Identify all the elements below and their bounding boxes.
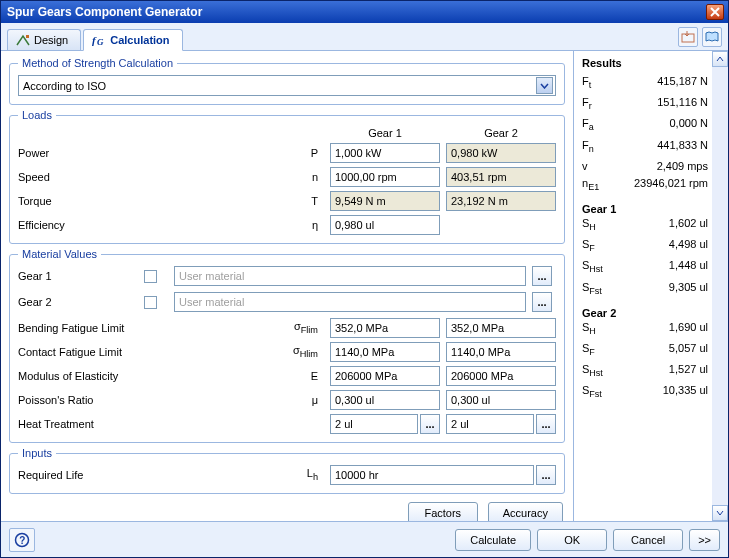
result-Fn-label: Fn bbox=[582, 137, 594, 158]
results-gear2-title: Gear 2 bbox=[582, 304, 728, 319]
tab-design-label: Design bbox=[34, 34, 68, 46]
result-v: 2,409 mps bbox=[657, 158, 708, 175]
material-fieldset: Material Values Gear 1 User material ...… bbox=[9, 248, 565, 443]
tab-bar: Design fG Calculation bbox=[1, 23, 728, 51]
help-icon[interactable]: ? bbox=[9, 528, 35, 552]
bending-symbol: σFlim bbox=[244, 320, 324, 335]
g1-SF-label: SF bbox=[582, 236, 595, 257]
efficiency-input[interactable]: 0,980 ul bbox=[330, 215, 440, 235]
result-nE1: 23946,021 rpm bbox=[634, 175, 708, 196]
loads-gear2-header: Gear 2 bbox=[446, 127, 556, 139]
efficiency-symbol: η bbox=[244, 219, 324, 231]
left-panel: Method of Strength Calculation According… bbox=[1, 51, 573, 521]
poisson-symbol: μ bbox=[244, 394, 324, 406]
svg-text:?: ? bbox=[19, 535, 25, 546]
gear2-user-checkbox[interactable] bbox=[144, 296, 157, 309]
result-Fn: 441,833 N bbox=[657, 137, 708, 158]
g1-SF: 4,498 ul bbox=[669, 236, 708, 257]
bending-g2-input[interactable]: 352,0 MPa bbox=[446, 318, 556, 338]
g2-SF-label: SF bbox=[582, 340, 595, 361]
gear1-material-browse[interactable]: ... bbox=[532, 266, 552, 286]
speed-g1-input[interactable]: 1000,00 rpm bbox=[330, 167, 440, 187]
efficiency-label: Efficiency bbox=[18, 219, 238, 231]
tab-design[interactable]: Design bbox=[7, 29, 81, 50]
contact-g1-input[interactable]: 1140,0 MPa bbox=[330, 342, 440, 362]
gear1-material-input[interactable]: User material bbox=[174, 266, 526, 286]
factors-button[interactable]: Factors bbox=[408, 502, 478, 521]
contact-g2-input[interactable]: 1140,0 MPa bbox=[446, 342, 556, 362]
poisson-g1-input[interactable]: 0,300 ul bbox=[330, 390, 440, 410]
scroll-up-icon[interactable] bbox=[712, 51, 728, 67]
import-icon[interactable] bbox=[678, 27, 698, 47]
accuracy-button[interactable]: Accuracy bbox=[488, 502, 563, 521]
poisson-g2-input[interactable]: 0,300 ul bbox=[446, 390, 556, 410]
speed-label: Speed bbox=[18, 171, 238, 183]
g2-SHst-label: SHst bbox=[582, 361, 603, 382]
title-bar: Spur Gears Component Generator bbox=[1, 1, 728, 23]
result-Fr-label: Fr bbox=[582, 94, 592, 115]
more-button[interactable]: >> bbox=[689, 529, 720, 551]
contact-symbol: σHlim bbox=[244, 344, 324, 359]
result-Fa: 0,000 N bbox=[669, 115, 708, 136]
heat-g2-browse[interactable]: ... bbox=[536, 414, 556, 434]
results-panel: Results Ft415,187 N Fr151,116 N Fa0,000 … bbox=[573, 51, 728, 521]
g1-SH: 1,602 ul bbox=[669, 215, 708, 236]
content-body: Method of Strength Calculation According… bbox=[1, 51, 728, 521]
g2-SH: 1,690 ul bbox=[669, 319, 708, 340]
modulus-g2-input[interactable]: 206000 MPa bbox=[446, 366, 556, 386]
bending-g1-input[interactable]: 352,0 MPa bbox=[330, 318, 440, 338]
result-Ft: 415,187 N bbox=[657, 73, 708, 94]
poisson-label: Poisson's Ratio bbox=[18, 394, 238, 406]
speed-symbol: n bbox=[244, 171, 324, 183]
cancel-button[interactable]: Cancel bbox=[613, 529, 683, 551]
spur-gears-window: Spur Gears Component Generator Design fG… bbox=[0, 0, 729, 558]
results-gear1-title: Gear 1 bbox=[582, 200, 728, 215]
svg-text:G: G bbox=[97, 37, 104, 46]
calculation-icon: fG bbox=[92, 34, 106, 46]
torque-label: Torque bbox=[18, 195, 238, 207]
g2-SH-label: SH bbox=[582, 319, 596, 340]
req-life-label: Required Life bbox=[18, 469, 238, 481]
loads-legend: Loads bbox=[18, 109, 56, 121]
g2-SF: 5,057 ul bbox=[669, 340, 708, 361]
req-life-browse[interactable]: ... bbox=[536, 465, 556, 485]
g1-SHst-label: SHst bbox=[582, 257, 603, 278]
results-scrollbar[interactable] bbox=[712, 51, 728, 521]
material-gear1-label: Gear 1 bbox=[18, 270, 138, 282]
tab-calculation-label: Calculation bbox=[110, 34, 169, 46]
loads-fieldset: Loads Gear 1 Gear 2 Power P 1,000 kW 0,9… bbox=[9, 109, 565, 244]
g2-SFst-label: SFst bbox=[582, 382, 602, 403]
power-label: Power bbox=[18, 147, 238, 159]
chevron-down-icon bbox=[536, 77, 553, 94]
calculate-button[interactable]: Calculate bbox=[455, 529, 531, 551]
power-g2-output: 0,980 kW bbox=[446, 143, 556, 163]
close-icon[interactable] bbox=[706, 4, 724, 20]
req-life-input[interactable]: 10000 hr bbox=[330, 465, 534, 485]
method-dropdown[interactable]: According to ISO bbox=[18, 75, 556, 96]
bottom-bar: ? Calculate OK Cancel >> bbox=[1, 521, 728, 557]
modulus-label: Modulus of Elasticity bbox=[18, 370, 238, 382]
tab-calculation[interactable]: fG Calculation bbox=[83, 29, 182, 51]
g1-SHst: 1,448 ul bbox=[669, 257, 708, 278]
result-Fa-label: Fa bbox=[582, 115, 594, 136]
gear1-user-checkbox[interactable] bbox=[144, 270, 157, 283]
modulus-g1-input[interactable]: 206000 MPa bbox=[330, 366, 440, 386]
heat-g1-browse[interactable]: ... bbox=[420, 414, 440, 434]
gear2-material-browse[interactable]: ... bbox=[532, 292, 552, 312]
inputs-legend: Inputs bbox=[18, 447, 56, 459]
contact-label: Contact Fatigue Limit bbox=[18, 346, 238, 358]
power-g1-input[interactable]: 1,000 kW bbox=[330, 143, 440, 163]
ok-button[interactable]: OK bbox=[537, 529, 607, 551]
heat-g1-input[interactable]: 2 ul bbox=[330, 414, 418, 434]
result-Ft-label: Ft bbox=[582, 73, 591, 94]
modulus-symbol: E bbox=[244, 370, 324, 382]
gear2-material-input[interactable]: User material bbox=[174, 292, 526, 312]
heat-g2-input[interactable]: 2 ul bbox=[446, 414, 534, 434]
design-icon bbox=[16, 34, 30, 46]
open-book-icon[interactable] bbox=[702, 27, 722, 47]
heat-label: Heat Treatment bbox=[18, 418, 238, 430]
scroll-down-icon[interactable] bbox=[712, 505, 728, 521]
method-fieldset: Method of Strength Calculation According… bbox=[9, 57, 565, 105]
speed-g2-output: 403,51 rpm bbox=[446, 167, 556, 187]
torque-g1-output: 9,549 N m bbox=[330, 191, 440, 211]
